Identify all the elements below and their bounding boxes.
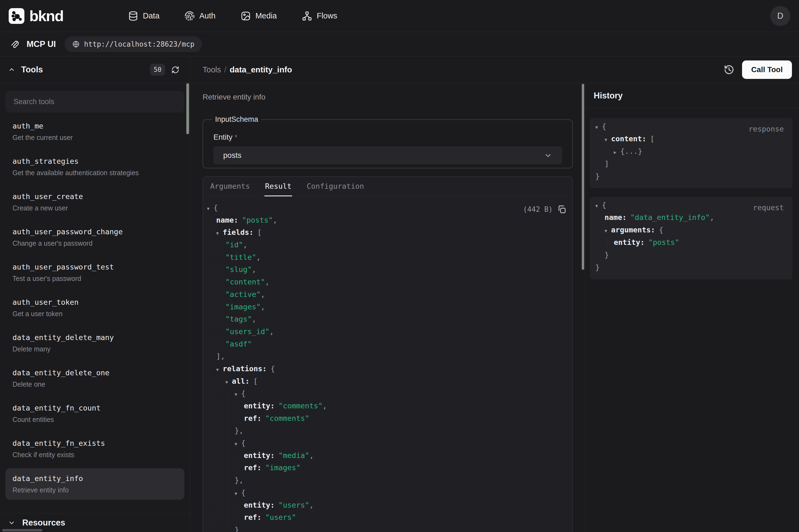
search-input[interactable]: [5, 91, 185, 113]
tool-list-item[interactable]: data_entity_fn_countCount entities: [5, 398, 185, 429]
database-icon: [128, 11, 138, 21]
json-line: },: [207, 426, 567, 439]
tool-description: Count entities: [13, 415, 177, 424]
triangle-down-icon[interactable]: ▼: [595, 203, 602, 209]
nav-item-flows[interactable]: Flows: [302, 11, 337, 21]
json-line: },: [207, 476, 567, 488]
triangle-down-icon[interactable]: ▼: [595, 125, 602, 130]
tool-list-item[interactable]: data_entity_infoRetrieve entity info: [5, 468, 185, 500]
history-title: History: [586, 83, 799, 109]
tool-name: auth_user_password_change: [13, 227, 177, 237]
bknd-logo-icon: [9, 8, 24, 24]
history-clock-icon[interactable]: [724, 64, 735, 75]
tool-description: Test a user's password: [13, 274, 177, 283]
triangle-down-icon[interactable]: ▼: [216, 231, 223, 236]
json-line: "users_id",: [207, 327, 567, 340]
json-line: entity:"comments",: [207, 402, 567, 414]
breadcrumb-section[interactable]: Tools: [203, 65, 221, 74]
triangle-down-icon[interactable]: ▼: [216, 367, 223, 372]
sidebar-horizontal-scrollbar[interactable]: [2, 529, 42, 531]
tab-configuration[interactable]: Configuration: [306, 177, 364, 196]
required-mark: *: [234, 133, 237, 141]
nav-item-data[interactable]: Data: [128, 11, 159, 21]
chevron-down-icon: [8, 519, 15, 526]
mcp-bar: MCP UI http://localhost:28623/mcp: [0, 32, 799, 56]
triangle-down-icon[interactable]: ▼: [605, 228, 611, 233]
json-line: ref:"users": [207, 513, 567, 526]
json-line: "active",: [207, 290, 567, 303]
json-line: ref:"comments": [207, 414, 567, 426]
tool-detail-panel: Retrieve entity info InputSchema Entity*…: [190, 83, 585, 532]
tool-description: Change a user's password: [13, 239, 177, 248]
chevron-up-icon[interactable]: [8, 66, 15, 73]
tool-list-item[interactable]: auth_user_password_changeChange a user's…: [5, 222, 185, 253]
copy-icon[interactable]: [557, 205, 566, 214]
tool-description: Get the current user: [13, 133, 177, 142]
triangle-down-icon[interactable]: ▼: [207, 206, 213, 211]
tool-list: auth_meGet the current userauth_strategi…: [0, 116, 190, 513]
json-line: ▶{...}: [595, 147, 785, 159]
entity-field-label: Entity*: [213, 133, 565, 141]
tool-list-item[interactable]: data_entity_fn_existsCheck if entity exi…: [5, 433, 185, 464]
resources-title: Resources: [22, 518, 65, 528]
fingerprint-icon: [185, 11, 195, 21]
tool-list-item[interactable]: auth_user_password_testTest a user's pas…: [5, 257, 185, 288]
input-schema-legend: InputSchema: [212, 115, 261, 124]
json-line: ▼arguments:{: [595, 226, 785, 238]
json-line: "tags",: [207, 315, 567, 327]
refresh-icon[interactable]: [171, 65, 179, 74]
tool-description: Delete one: [13, 380, 177, 388]
brand-name: bknd: [29, 7, 63, 25]
json-line: }: [207, 526, 567, 532]
content: auth_meGet the current userauth_strategi…: [0, 83, 799, 532]
json-line: "title",: [207, 253, 567, 265]
triangle-down-icon[interactable]: ▼: [234, 491, 241, 496]
json-line: ],: [207, 352, 567, 364]
triangle-right-icon[interactable]: ▶: [614, 150, 620, 155]
tool-name: auth_strategies: [13, 156, 177, 166]
tool-list-item[interactable]: auth_user_createCreate a new user: [5, 186, 185, 218]
tool-list-item[interactable]: data_entity_delete_manyDelete many: [5, 327, 185, 359]
tool-list-item[interactable]: data_entity_delete_oneDelete one: [5, 363, 185, 394]
json-line: ▼{: [207, 439, 567, 451]
breadcrumb-separator: /: [224, 65, 226, 74]
history-card-request[interactable]: request▼{name:"data_entity_info",▼argume…: [590, 197, 793, 279]
tool-name: auth_user_create: [13, 192, 177, 202]
nav-item-auth[interactable]: Auth: [185, 11, 216, 21]
result-json-viewer: (442 B) ▼{name:"posts",▼fields:["id","ti…: [203, 196, 572, 532]
tool-detail-header: Tools/data_entity_info Call Tool: [190, 56, 799, 83]
triangle-down-icon[interactable]: ▼: [234, 392, 241, 397]
call-tool-button[interactable]: Call Tool: [742, 60, 792, 79]
tool-list-item[interactable]: auth_meGet the current user: [5, 116, 185, 147]
tab-arguments[interactable]: Arguments: [210, 177, 250, 196]
entity-select[interactable]: posts: [213, 147, 562, 164]
triangle-down-icon[interactable]: ▼: [225, 380, 232, 385]
tool-name: data_entity_delete_many: [13, 333, 177, 342]
triangle-down-icon[interactable]: ▼: [605, 137, 611, 142]
header-row: Tools 50 Tools/data_entity_info Call Too…: [0, 56, 799, 83]
mcp-url: http://localhost:28623/mcp: [84, 40, 194, 48]
user-avatar[interactable]: D: [770, 6, 790, 26]
entity-select-value: posts: [223, 151, 241, 160]
history-panel: History response▼{▼content:[▶{...}]}requ…: [585, 83, 799, 532]
json-line: "content",: [207, 278, 567, 290]
tab-result[interactable]: Result: [264, 177, 292, 196]
main-menu: Data Auth Media Flows: [128, 11, 337, 21]
mcp-url-pill[interactable]: http://localhost:28623/mcp: [64, 36, 202, 52]
tool-list-item[interactable]: auth_user_tokenGet a user token: [5, 292, 185, 323]
brand[interactable]: bknd: [9, 7, 63, 25]
history-card-response[interactable]: response▼{▼content:[▶{...}]}: [590, 118, 793, 188]
tab-bar: ArgumentsResultConfiguration: [203, 177, 572, 196]
tool-name: auth_user_token: [13, 298, 177, 307]
tool-list-item[interactable]: auth_strategiesGet the available authent…: [5, 151, 185, 183]
payload-size: (442 B): [523, 205, 553, 213]
nav-item-media[interactable]: Media: [241, 11, 277, 21]
triangle-down-icon[interactable]: ▼: [234, 441, 241, 446]
mcp-logo-icon: [10, 40, 20, 49]
json-line: ]: [595, 159, 785, 172]
main-scrollbar[interactable]: [582, 84, 584, 270]
json-line: name:"posts",: [207, 216, 567, 228]
workflow-icon: [302, 11, 312, 21]
json-line: entity:"media",: [207, 451, 567, 464]
sidebar-scrollbar[interactable]: [186, 83, 189, 134]
